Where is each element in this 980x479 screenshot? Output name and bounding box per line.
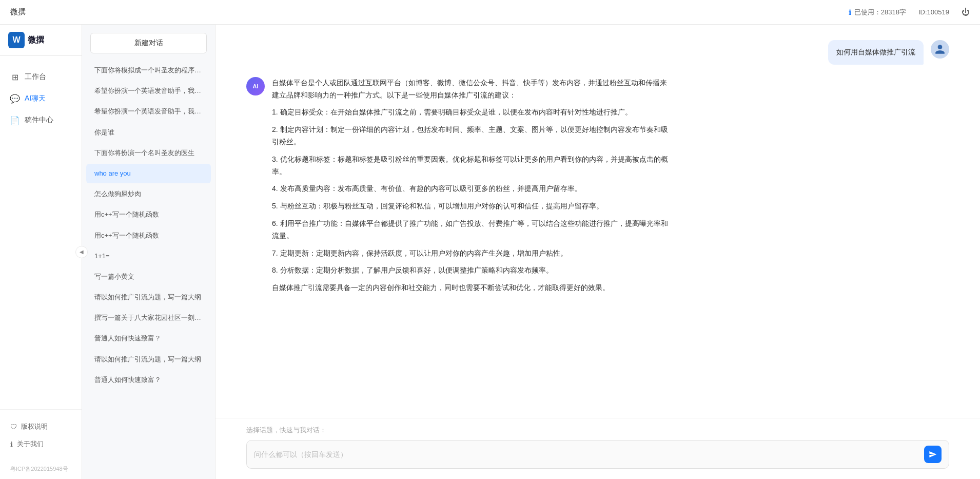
info-icon: ℹ bbox=[849, 8, 851, 16]
ai-point-7: 7. 定期更新：定期更新内容，保持活跃度，可以让用户对你的内容产生兴趣，增加用户… bbox=[272, 247, 672, 260]
copyright-text: 粤ICP备2022015948号 bbox=[0, 461, 82, 479]
sidebar-item-about[interactable]: ℹ 关于我们 bbox=[10, 435, 71, 453]
chat-history-list: 下面你将模拟成一个叫圣友的程序员，我说... 希望你扮演一个英语发音助手，我提供… bbox=[82, 58, 215, 479]
list-item[interactable]: 怎么做狗屎炒肉 bbox=[86, 184, 211, 204]
list-item[interactable]: 用c++写一个随机函数 bbox=[86, 205, 211, 224]
sidebar-item-copyright[interactable]: 🛡 版权说明 bbox=[10, 418, 71, 435]
ai-avatar: AI bbox=[246, 77, 265, 95]
sidebar-item-copyright-label: 版权说明 bbox=[21, 422, 48, 431]
topbar-right: ℹ 已使用：28318字 ID:100519 ⏻ bbox=[849, 8, 970, 17]
ai-point-1: 1. 确定目标受众：在开始自媒体推广引流之前，需要明确目标受众是谁，以便在发布内… bbox=[272, 106, 672, 119]
ai-point-5: 5. 与粉丝互动：积极与粉丝互动，回复评论和私信，可以增加用户对你的认可和信任，… bbox=[272, 200, 672, 213]
usage-text: 已使用：28318字 bbox=[854, 8, 906, 17]
logo-w-icon: W bbox=[8, 32, 25, 48]
list-item[interactable]: 1+1= bbox=[86, 246, 211, 266]
shield-icon: 🛡 bbox=[10, 423, 17, 431]
ai-message-row: AI 自媒体平台是个人或团队通过互联网平台（如博客、微博、微信公众号、抖音、快手… bbox=[246, 77, 949, 299]
list-item[interactable]: 写一篇小黄文 bbox=[86, 267, 211, 286]
id-text: ID:100519 bbox=[918, 8, 949, 16]
list-item[interactable]: 希望你扮演一个英语发音助手，我提供给你... bbox=[86, 81, 211, 101]
chat-input[interactable] bbox=[254, 448, 919, 461]
list-item[interactable]: 希望你扮演一个英语发音助手，我提供给你... bbox=[86, 102, 211, 121]
sidebar-item-drafts[interactable]: 📄 稿件中心 bbox=[0, 109, 82, 131]
list-item[interactable]: 请以如何推广引流为题，写一篇大纲 bbox=[86, 350, 211, 369]
user-avatar-icon bbox=[934, 44, 946, 55]
info-circle-icon: ℹ bbox=[10, 440, 13, 448]
list-item[interactable]: 下面你将模拟成一个叫圣友的程序员，我说... bbox=[86, 61, 211, 80]
input-box-wrapper bbox=[246, 440, 949, 469]
sidebar-nav: ⊞ 工作台 💬 AI聊天 📄 稿件中心 bbox=[0, 56, 82, 409]
user-bubble-text: 如何用自媒体做推广引流 bbox=[828, 40, 924, 65]
logo-area: W 微撰 bbox=[0, 25, 82, 56]
list-item[interactable]: 用c++写一个随机函数 bbox=[86, 226, 211, 245]
user-message-bubble: 如何用自媒体做推广引流 bbox=[828, 40, 924, 65]
list-item[interactable]: 下面你将扮演一个名叫圣友的医生 bbox=[86, 143, 211, 163]
send-icon bbox=[929, 450, 937, 458]
chat-main: 如何用自媒体做推广引流 AI 自媒体平台是个人或团队通过互联网平台（如博客、微博… bbox=[215, 25, 980, 479]
sidebar-item-workbench[interactable]: ⊞ 工作台 bbox=[0, 66, 82, 88]
ai-point-2: 2. 制定内容计划：制定一份详细的内容计划，包括发布时间、频率、主题、文案、图片… bbox=[272, 124, 672, 148]
ai-message-bubble: 自媒体平台是个人或团队通过互联网平台（如博客、微博、微信公众号、抖音、快手等）发… bbox=[272, 77, 672, 299]
sidebar: W 微撰 ⊞ 工作台 💬 AI聊天 📄 稿件中心 🛡 版权说明 bbox=[0, 25, 82, 479]
user-avatar bbox=[931, 40, 949, 59]
topbar-title: 微撰 bbox=[10, 7, 26, 17]
user-message-row: 如何用自媒体做推广引流 bbox=[246, 40, 949, 65]
list-item[interactable]: 你是谁 bbox=[86, 123, 211, 142]
chat-history-panel: 新建对话 下面你将模拟成一个叫圣友的程序员，我说... 希望你扮演一个英语发音助… bbox=[82, 25, 215, 479]
new-chat-button[interactable]: 新建对话 bbox=[90, 33, 207, 53]
document-icon: 📄 bbox=[10, 116, 19, 125]
grid-icon: ⊞ bbox=[10, 72, 19, 82]
topbar: 微撰 ℹ 已使用：28318字 ID:100519 ⏻ bbox=[0, 0, 980, 25]
chat-icon: 💬 bbox=[10, 94, 19, 103]
chat-input-area: 选择话题，快速与我对话： bbox=[215, 418, 980, 479]
ai-point-3: 3. 优化标题和标签：标题和标签是吸引粉丝的重要因素。优化标题和标签可以让更多的… bbox=[272, 154, 672, 178]
sidebar-item-ai-chat[interactable]: 💬 AI聊天 bbox=[0, 88, 82, 109]
list-item[interactable]: 撰写一篇关于八大家花园社区一刻钟便民生... bbox=[86, 308, 211, 328]
list-item[interactable]: 普通人如何快速致富？ bbox=[86, 329, 211, 348]
main-layout: W 微撰 ⊞ 工作台 💬 AI聊天 📄 稿件中心 🛡 版权说明 bbox=[0, 25, 980, 479]
sidebar-collapse-button[interactable]: ◀ bbox=[75, 246, 88, 258]
ai-outro: 自媒体推广引流需要具备一定的内容创作和社交能力，同时也需要不断尝试和优化，才能取… bbox=[272, 282, 672, 294]
quick-topics: 选择话题，快速与我对话： bbox=[246, 426, 949, 435]
list-item[interactable]: 普通人如何快速致富？ bbox=[86, 370, 211, 390]
sidebar-item-drafts-label: 稿件中心 bbox=[25, 116, 53, 125]
send-button[interactable] bbox=[924, 446, 942, 463]
ai-point-4: 4. 发布高质量内容：发布高质量、有价值、有趣的内容可以吸引更多的粉丝，并提高用… bbox=[272, 183, 672, 195]
sidebar-bottom: 🛡 版权说明 ℹ 关于我们 bbox=[0, 409, 82, 461]
sidebar-item-ai-chat-label: AI聊天 bbox=[25, 94, 46, 103]
topbar-usage: ℹ 已使用：28318字 bbox=[849, 8, 906, 17]
ai-point-8: 8. 分析数据：定期分析数据，了解用户反馈和喜好，以便调整推广策略和内容发布频率… bbox=[272, 264, 672, 277]
chat-messages: 如何用自媒体做推广引流 AI 自媒体平台是个人或团队通过互联网平台（如博客、微博… bbox=[215, 25, 980, 418]
power-icon[interactable]: ⏻ bbox=[962, 8, 970, 17]
ai-point-6: 6. 利用平台推广功能：自媒体平台都提供了推广功能，如广告投放、付费推广等，可以… bbox=[272, 218, 672, 242]
sidebar-item-workbench-label: 工作台 bbox=[25, 72, 46, 82]
sidebar-item-about-label: 关于我们 bbox=[17, 439, 44, 449]
logo-text: 微撰 bbox=[28, 35, 44, 46]
list-item-active[interactable]: who are you bbox=[86, 164, 211, 183]
ai-intro: 自媒体平台是个人或团队通过互联网平台（如博客、微博、微信公众号、抖音、快手等）发… bbox=[272, 77, 672, 102]
list-item[interactable]: 请以如何推广引流为题，写一篇大纲 bbox=[86, 288, 211, 307]
